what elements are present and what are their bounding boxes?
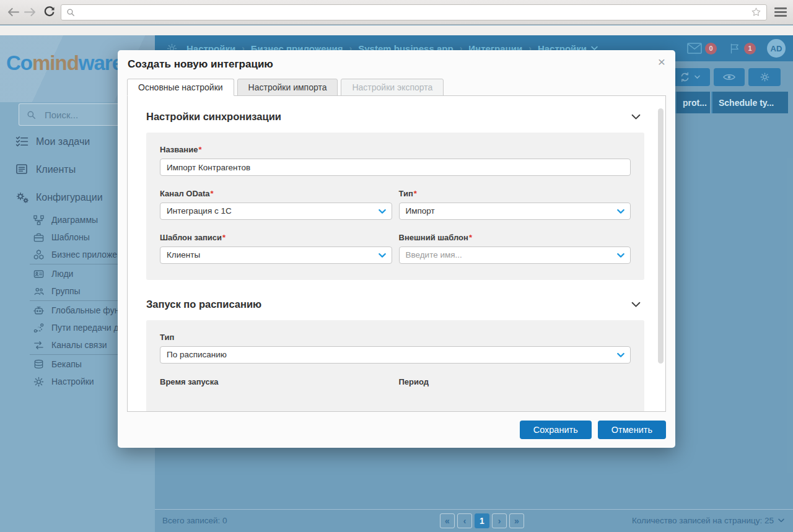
- odata-channel-label: Канал OData*: [160, 189, 392, 198]
- select-value: Клиенты: [167, 250, 200, 259]
- section-title: Запуск по расписанию: [146, 299, 261, 310]
- chevron-down-icon: [617, 253, 624, 258]
- required-mark: *: [414, 189, 417, 198]
- chevron-down-icon: [379, 253, 386, 258]
- browser-tab-strip: [0, 25, 793, 35]
- schedule-type-label: Тип: [160, 333, 631, 342]
- dialog-title: Создать новую интеграцию: [128, 58, 273, 71]
- tab-panel: Настройки синхронизации Название* Канал …: [127, 95, 666, 412]
- browser-forward-button[interactable]: [22, 4, 38, 20]
- create-integration-dialog: Создать новую интеграцию × Основные наст…: [118, 50, 675, 448]
- chevron-down-icon: [631, 114, 641, 120]
- record-template-label: Шаблон записи*: [160, 233, 392, 242]
- required-mark: *: [198, 145, 201, 154]
- odata-channel-select[interactable]: Интеграция с 1С: [160, 203, 392, 220]
- browser-reload-button[interactable]: [41, 4, 57, 20]
- schedule-type-select[interactable]: По расписанию: [160, 346, 631, 364]
- select-placeholder: Введите имя...: [406, 250, 462, 259]
- chevron-down-icon: [631, 302, 641, 308]
- dialog-scroll-area: Настройки синхронизации Название* Канал …: [128, 96, 665, 411]
- tab-import-settings[interactable]: Настройки импорта: [237, 79, 338, 96]
- chevron-down-icon: [379, 209, 386, 214]
- select-value: Импорт: [406, 206, 435, 216]
- sync-section-header[interactable]: Настройки синхронизации: [146, 111, 644, 123]
- type-field-label: Тип*: [399, 189, 631, 198]
- schedule-settings-panel: Тип По расписанию Время запуска Период: [146, 320, 644, 412]
- external-template-label: Внешний шаблон*: [399, 233, 631, 242]
- external-template-select[interactable]: Введите имя...: [399, 246, 631, 264]
- sync-settings-panel: Название* Канал OData* Интеграция с 1С Т…: [146, 133, 644, 280]
- select-value: Интеграция с 1С: [167, 206, 232, 216]
- browser-back-button[interactable]: [5, 4, 21, 20]
- name-input[interactable]: [160, 159, 631, 176]
- browser-toolbar: [0, 0, 793, 25]
- required-mark: *: [469, 233, 472, 242]
- arrow-left-icon: [9, 9, 19, 15]
- bookmark-star-icon[interactable]: [751, 7, 761, 17]
- browser-menu-icon[interactable]: [773, 6, 788, 19]
- scrollbar-thumb[interactable]: [658, 108, 664, 364]
- type-select[interactable]: Импорт: [399, 203, 631, 220]
- dialog-footer: Сохранить Отменить: [118, 412, 675, 448]
- save-button[interactable]: Сохранить: [520, 421, 592, 439]
- tab-main-settings[interactable]: Основные настройки: [127, 79, 234, 96]
- tab-export-settings: Настройки экспорта: [341, 79, 444, 96]
- start-time-label: Время запуска: [160, 377, 392, 386]
- period-label: Период: [399, 377, 631, 386]
- url-input[interactable]: [79, 7, 751, 17]
- cancel-button[interactable]: Отменить: [598, 421, 666, 439]
- select-value: По расписанию: [167, 350, 227, 359]
- browser-address-bar[interactable]: [61, 4, 767, 20]
- section-title: Настройки синхронизации: [146, 111, 281, 123]
- schedule-section-header[interactable]: Запуск по расписанию: [146, 299, 644, 310]
- search-icon: [66, 8, 75, 17]
- arrow-right-icon: [25, 9, 35, 15]
- close-icon[interactable]: ×: [658, 55, 665, 68]
- dialog-tabs: Основные настройки Настройки импорта Нас…: [127, 79, 444, 96]
- record-template-select[interactable]: Клиенты: [160, 246, 392, 264]
- name-field-label: Название*: [160, 145, 631, 154]
- reload-icon: [43, 6, 55, 18]
- required-mark: *: [211, 189, 214, 198]
- chevron-down-icon: [617, 352, 624, 358]
- required-mark: *: [222, 233, 226, 242]
- chevron-down-icon: [617, 209, 624, 214]
